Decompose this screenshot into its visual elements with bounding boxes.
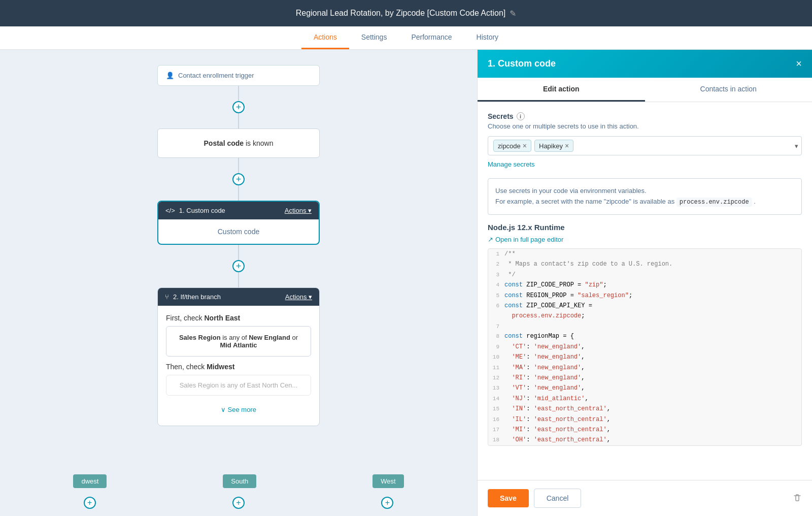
- code-line-12: 12 'RI': 'new_england',: [488, 373, 801, 383]
- right-panel: 1. Custom code × Edit action Contacts in…: [477, 50, 812, 516]
- branch-filter-box-1: Sales Region is any of New England or Mi…: [166, 326, 311, 357]
- code-line-10: 10 'ME': 'new_england',: [488, 352, 801, 362]
- add-between-filter-action[interactable]: +: [232, 173, 245, 185]
- branch-title: 2. If/then branch: [173, 293, 221, 301]
- action-actions-link[interactable]: Actions ▾: [285, 207, 312, 214]
- panel-title: 1. Custom code: [488, 58, 556, 69]
- add-between-trigger-filter[interactable]: +: [232, 101, 245, 113]
- tab-history[interactable]: History: [464, 26, 511, 49]
- trigger-node: 👤 Contact enrollment trigger: [157, 65, 320, 86]
- code-line-1: 1 /**: [488, 249, 801, 259]
- remove-hapikey-tag[interactable]: ×: [565, 142, 569, 150]
- panel-tabs: Edit action Contacts in action: [478, 78, 812, 102]
- branch-card: ⑂ 2. If/then branch Actions ▾ First, che…: [157, 287, 320, 426]
- code-line-16: 16 'IL': 'east_north_central',: [488, 414, 801, 425]
- branch-label-row: dwest South West: [0, 474, 477, 488]
- panel-close-button[interactable]: ×: [796, 58, 802, 70]
- filter-node: Postal code is known: [157, 128, 320, 158]
- code-line-3: 3 */: [488, 270, 801, 280]
- trash-icon: [793, 493, 802, 502]
- secret-tag-hapikey: Hapikey ×: [534, 140, 573, 152]
- bottom-add-btn-2[interactable]: +: [232, 497, 245, 509]
- action-body-text: Custom code: [218, 228, 259, 236]
- tag-label: Hapikey: [539, 142, 563, 150]
- secret-tag-zipcode: zipcode ×: [493, 140, 531, 152]
- code-line-6b: process.env.zipcode;: [488, 311, 801, 321]
- bottom-add-btn-1[interactable]: +: [84, 497, 96, 509]
- tag-label: zipcode: [498, 142, 521, 150]
- branch-card-body: First, check North East Sales Region is …: [158, 306, 319, 426]
- delete-button[interactable]: [793, 493, 802, 504]
- code-line-17: 17 'MI': 'east_north_central',: [488, 425, 801, 435]
- edit-title-icon[interactable]: ✎: [510, 9, 516, 18]
- workflow-title: Regional Lead Rotation, by Zipcode [Cust…: [296, 9, 506, 18]
- nav-tabs: Actions Settings Performance History: [0, 26, 812, 50]
- manage-secrets-link[interactable]: Manage secrets: [488, 160, 535, 168]
- panel-footer: Save Cancel: [478, 480, 812, 516]
- panel-body: Secrets i Choose one or multiple secrets…: [478, 102, 812, 480]
- secrets-label: Secrets i: [488, 112, 802, 120]
- bottom-add-row: + + +: [0, 497, 477, 509]
- code-line-8: 8 const regionMap = {: [488, 331, 801, 341]
- code-line-2: 2 * Maps a contact's zip code to a U.S. …: [488, 259, 801, 269]
- code-line-7: 7: [488, 321, 801, 332]
- branch-icon: ⑂: [165, 293, 169, 301]
- branch-actions-link[interactable]: Actions ▾: [285, 293, 312, 301]
- add-between-action-branch[interactable]: +: [232, 260, 245, 272]
- filter-property: Postal code is known: [204, 139, 274, 147]
- code-editor[interactable]: 1 /** 2 * Maps a contact's zip code to a…: [488, 248, 802, 446]
- main-layout: 👤 Contact enrollment trigger + Postal co…: [0, 50, 812, 516]
- see-more-btn[interactable]: ∨ See more: [166, 402, 311, 417]
- header: Regional Lead Rotation, by Zipcode [Cust…: [0, 0, 812, 26]
- action-card: </> 1. Custom code Actions ▾ Custom code: [157, 201, 320, 245]
- code-line-4: 4 const ZIP_CODE_PROP = "zip";: [488, 280, 801, 290]
- canvas: 👤 Contact enrollment trigger + Postal co…: [0, 50, 477, 516]
- tab-contacts-in-action[interactable]: Contacts in action: [645, 78, 813, 102]
- secrets-description: Choose one or multiple secrets to use in…: [488, 122, 802, 130]
- code-line-18: 18 'OH': 'east_north_central',: [488, 435, 801, 445]
- trigger-icon: 👤: [166, 72, 174, 79]
- code-line-9: 9 'CT': 'new_england',: [488, 342, 801, 352]
- tab-settings[interactable]: Settings: [349, 26, 399, 49]
- secrets-input[interactable]: zipcode × Hapikey × ▾: [488, 136, 802, 155]
- code-line-6: 6 const ZIP_CODE_API_KEY =: [488, 301, 801, 311]
- runtime-label: Node.js 12.x Runtime: [488, 223, 802, 232]
- panel-header: 1. Custom code ×: [478, 50, 812, 78]
- branch-check1: First, check North East Sales Region is …: [166, 314, 311, 357]
- trigger-label: Contact enrollment trigger: [178, 72, 254, 79]
- code-line-13: 13 'VT': 'new_england',: [488, 383, 801, 393]
- action-card-header: </> 1. Custom code Actions ▾: [158, 202, 319, 219]
- open-editor-link[interactable]: ↗ Open in full page editor: [488, 236, 802, 243]
- tab-actions[interactable]: Actions: [301, 26, 349, 49]
- tab-edit-action[interactable]: Edit action: [478, 78, 645, 102]
- branch-check2: Then, check Midwest Sales Region is any …: [166, 363, 311, 396]
- branch-filter-box-2: Sales Region is any of East North Cen...: [166, 375, 311, 396]
- remove-zipcode-tag[interactable]: ×: [523, 142, 527, 150]
- external-link-icon: ↗: [488, 236, 493, 243]
- env-var-info-box: Use secrets in your code via environment…: [488, 178, 802, 215]
- code-snippet: process.env.zipcode: [676, 198, 752, 207]
- code-icon: </>: [165, 207, 175, 214]
- bottom-add-btn-3[interactable]: +: [381, 497, 393, 509]
- branch-label-west: West: [373, 474, 403, 488]
- code-line-11: 11 'MA': 'new_england',: [488, 363, 801, 373]
- code-line-14: 14 'NJ': 'mid_atlantic',: [488, 394, 801, 404]
- save-button[interactable]: Save: [488, 489, 529, 507]
- branch-label-south: South: [223, 474, 256, 488]
- code-line-15: 15 'IN': 'east_north_central',: [488, 404, 801, 414]
- action-card-body: Custom code: [158, 219, 319, 244]
- secrets-info-icon[interactable]: i: [517, 112, 525, 120]
- header-title: Regional Lead Rotation, by Zipcode [Cust…: [296, 9, 517, 18]
- cancel-button[interactable]: Cancel: [534, 489, 582, 508]
- branch-label-midwest: dwest: [73, 474, 107, 488]
- secrets-dropdown-btn[interactable]: ▾: [795, 142, 798, 150]
- workflow: 👤 Contact enrollment trigger + Postal co…: [10, 60, 467, 426]
- action-title: 1. Custom code: [179, 207, 225, 214]
- chevron-down-icon: ∨: [221, 406, 226, 413]
- tab-performance[interactable]: Performance: [399, 26, 464, 49]
- branch-card-header: ⑂ 2. If/then branch Actions ▾: [158, 288, 319, 306]
- code-line-5: 5 const REGION_PROP = "sales_region";: [488, 291, 801, 301]
